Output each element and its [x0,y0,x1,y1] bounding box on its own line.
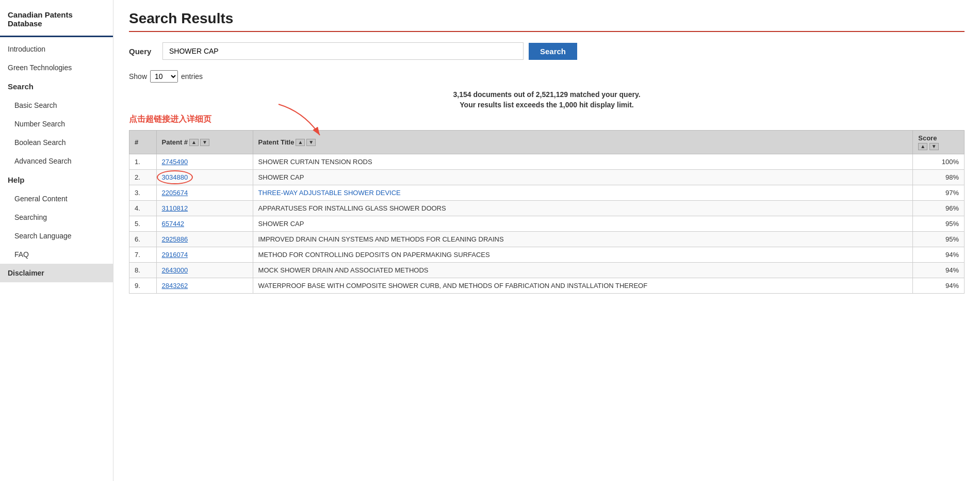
row-score: 97% [913,185,965,201]
title-link[interactable]: THREE-WAY ADJUSTABLE SHOWER DEVICE [258,189,401,197]
row-num: 2. [129,170,157,185]
sidebar-item-general-content[interactable]: General Content [0,189,113,208]
table-row: 4.3110812APPARATUSES FOR INSTALLING GLAS… [129,201,965,216]
sidebar-item-disclaimer[interactable]: Disclaimer [0,264,113,282]
sidebar-item-help[interactable]: Help [0,170,113,189]
row-patent: 2643000 [156,263,253,278]
title-divider [129,31,965,32]
sidebar-item-search-language[interactable]: Search Language [0,227,113,245]
patent-link[interactable]: 2643000 [162,266,188,274]
patent-link[interactable]: 2925886 [162,235,188,243]
row-title: THREE-WAY ADJUSTABLE SHOWER DEVICE [253,185,913,201]
table-row: 6.2925886IMPROVED DRAIN CHAIN SYSTEMS AN… [129,232,965,247]
table-row: 1.2745490SHOWER CURTAIN TENSION RODS100% [129,154,965,170]
row-num: 6. [129,232,157,247]
row-patent: 2916074 [156,247,253,263]
row-patent: 2205674 [156,185,253,201]
sidebar-item-green-technologies[interactable]: Green Technologies [0,58,113,77]
row-score: 94% [913,247,965,263]
row-score: 98% [913,170,965,185]
col-patent: Patent # ▲ ▼ [156,131,253,154]
row-score: 96% [913,201,965,216]
stats-block: 3,154 documents out of 2,521,129 matched… [129,90,965,109]
score-sort-asc[interactable]: ▲ [918,143,927,150]
results-table: # Patent # ▲ ▼ Patent Title ▲ [129,130,965,294]
page-title: Search Results [129,10,965,27]
patent-link[interactable]: 2916074 [162,251,188,259]
sidebar-item-basic-search[interactable]: Basic Search [0,96,113,115]
row-score: 94% [913,263,965,278]
row-title: SHOWER CAP [253,216,913,232]
col-title: Patent Title ▲ ▼ [253,131,913,154]
row-score: 100% [913,154,965,170]
sidebar-title: Canadian Patents Database [0,5,113,37]
patent-link[interactable]: 3110812 [162,204,188,212]
annotation-text: 点击超链接进入详细页 [129,114,965,125]
entries-select[interactable]: 10 25 50 100 [150,70,178,83]
sidebar-item-faq[interactable]: FAQ [0,245,113,264]
row-num: 7. [129,247,157,263]
table-row: 8.2643000MOCK SHOWER DRAIN AND ASSOCIATE… [129,263,965,278]
stats-line1: 3,154 documents out of 2,521,129 matched… [129,90,965,99]
row-num: 5. [129,216,157,232]
show-entries-row: Show 10 25 50 100 entries [129,70,965,83]
row-title: MOCK SHOWER DRAIN AND ASSOCIATED METHODS [253,263,913,278]
table-row: 9.2843262WATERPROOF BASE WITH COMPOSITE … [129,278,965,294]
title-sort-asc[interactable]: ▲ [296,139,305,146]
sidebar-item-number-search[interactable]: Number Search [0,115,113,133]
query-label: Query [129,47,157,56]
patent-link[interactable]: 2745490 [162,158,188,166]
col-score: Score ▲ ▼ [913,131,965,154]
row-title: WATERPROOF BASE WITH COMPOSITE SHOWER CU… [253,278,913,294]
patent-link[interactable]: 2843262 [162,282,188,290]
row-score: 94% [913,278,965,294]
patent-sort-asc[interactable]: ▲ [189,139,199,146]
sidebar-item-introduction[interactable]: Introduction [0,40,113,58]
main-content: Search Results Query Search Show 10 25 5… [113,0,980,481]
row-patent: 2843262 [156,278,253,294]
table-row: 3.2205674THREE-WAY ADJUSTABLE SHOWER DEV… [129,185,965,201]
page-layout: Canadian Patents Database IntroductionGr… [0,0,980,481]
results-area: # Patent # ▲ ▼ Patent Title ▲ [129,130,965,294]
query-input[interactable] [162,42,524,60]
patent-link[interactable]: 3034880 [162,173,188,181]
row-patent: 3034880 [156,170,253,185]
sidebar-item-searching[interactable]: Searching [0,208,113,227]
row-patent: 3110812 [156,201,253,216]
query-row: Query Search [129,42,965,60]
table-row: 5.657442SHOWER CAP95% [129,216,965,232]
entries-label: entries [181,72,203,81]
row-patent: 2745490 [156,154,253,170]
table-row: 2.3034880SHOWER CAP98% [129,170,965,185]
col-num: # [129,131,157,154]
row-num: 1. [129,154,157,170]
stats-line2: Your results list exceeds the 1,000 hit … [129,101,965,109]
sidebar-item-search[interactable]: Search [0,77,113,96]
search-button[interactable]: Search [529,43,577,60]
row-num: 4. [129,201,157,216]
sidebar-item-boolean-search[interactable]: Boolean Search [0,133,113,152]
score-sort-desc[interactable]: ▼ [929,143,939,150]
row-title: METHOD FOR CONTROLLING DEPOSITS ON PAPER… [253,247,913,263]
row-score: 95% [913,232,965,247]
table-header-row: # Patent # ▲ ▼ Patent Title ▲ [129,131,965,154]
patent-link[interactable]: 657442 [162,220,184,228]
row-title: APPARATUSES FOR INSTALLING GLASS SHOWER … [253,201,913,216]
row-title: SHOWER CAP [253,170,913,185]
show-label: Show [129,72,147,81]
row-title: IMPROVED DRAIN CHAIN SYSTEMS AND METHODS… [253,232,913,247]
sidebar: Canadian Patents Database IntroductionGr… [0,0,113,481]
row-num: 3. [129,185,157,201]
sidebar-item-advanced-search[interactable]: Advanced Search [0,152,113,170]
patent-sort-desc[interactable]: ▼ [200,139,209,146]
patent-link[interactable]: 2205674 [162,189,188,197]
row-title: SHOWER CURTAIN TENSION RODS [253,154,913,170]
row-patent: 657442 [156,216,253,232]
row-score: 95% [913,216,965,232]
table-row: 7.2916074METHOD FOR CONTROLLING DEPOSITS… [129,247,965,263]
row-patent: 2925886 [156,232,253,247]
row-num: 9. [129,278,157,294]
row-num: 8. [129,263,157,278]
title-sort-desc[interactable]: ▼ [306,139,316,146]
